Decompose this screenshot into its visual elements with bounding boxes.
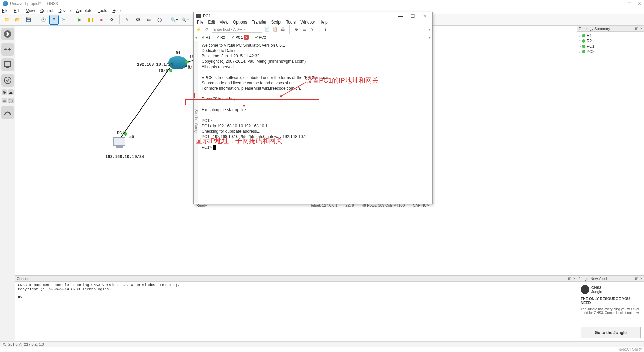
pc1-e0-label: e0 bbox=[129, 135, 134, 140]
tmenu-view[interactable]: View bbox=[220, 20, 228, 25]
tmenu-window[interactable]: Window bbox=[300, 20, 315, 25]
topo-item-pc1[interactable]: ›PC1 bbox=[579, 44, 642, 49]
terminal-titlebar[interactable]: PC1 — ☐ ✕ bbox=[194, 12, 432, 20]
zoom-in-icon[interactable]: 🔍+ bbox=[170, 15, 179, 25]
term-minimize-icon[interactable]: — bbox=[395, 12, 406, 20]
stop-icon[interactable]: ■ bbox=[97, 15, 106, 25]
pause-icon[interactable]: ❚❚ bbox=[86, 15, 95, 25]
quick-connect-icon[interactable]: ⚡ bbox=[196, 26, 202, 32]
menu-device[interactable]: Device bbox=[59, 8, 71, 13]
circle-small-icon[interactable]: ◯ bbox=[8, 98, 14, 103]
close-panel-icon[interactable]: ✕ bbox=[640, 27, 643, 30]
host-input[interactable]: Enter host <Alt+R> bbox=[212, 26, 262, 33]
ellipse-icon[interactable]: ◯ bbox=[155, 15, 164, 25]
maximize-icon[interactable]: ☐ bbox=[628, 1, 632, 6]
tab-close-icon[interactable]: ✕ bbox=[244, 35, 249, 40]
menu-view[interactable]: View bbox=[26, 8, 35, 13]
terminal-title: PC1 bbox=[203, 14, 211, 18]
terminal-output[interactable]: Welcome to Virtual PC Simulator, version… bbox=[198, 41, 432, 203]
console-output[interactable]: GNS3 management console. Running GNS3 ve… bbox=[15, 282, 577, 341]
topo-item-pc2[interactable]: ›PC2 bbox=[579, 49, 642, 54]
session-options-icon[interactable]: ▤ bbox=[301, 26, 307, 32]
menu-annotate[interactable]: Annotate bbox=[76, 8, 92, 13]
close-icon[interactable]: ✕ bbox=[638, 1, 641, 6]
tmenu-options[interactable]: Options bbox=[233, 20, 247, 25]
tmenu-transfer[interactable]: Transfer bbox=[252, 20, 266, 25]
toolbar-overflow-icon[interactable]: ▾ bbox=[428, 27, 430, 32]
tmenu-tools[interactable]: Tools bbox=[286, 20, 296, 25]
topo-item-r2[interactable]: ›R2 bbox=[579, 38, 642, 44]
jungle-headline: THE ONLY RESOURCE YOU NEED bbox=[581, 297, 641, 305]
status-ready: Ready bbox=[196, 203, 207, 207]
undock-icon[interactable]: ◧ bbox=[635, 277, 638, 280]
settings-icon[interactable]: ⚙ bbox=[293, 26, 299, 32]
snapshot-icon[interactable]: 🕘 bbox=[39, 15, 48, 25]
terminal-statusbar: Ready Telnet: 127.0.0.1 22, 6 46 Rows, 1… bbox=[194, 203, 432, 207]
about-icon[interactable]: ℹ bbox=[322, 26, 328, 32]
tab-r1[interactable]: ✔R1 bbox=[200, 35, 212, 40]
paste-icon[interactable]: 📋 bbox=[272, 26, 278, 32]
save-project-icon[interactable]: 💾 bbox=[23, 15, 33, 25]
print-icon[interactable]: 🖶 bbox=[280, 26, 286, 32]
term-close-icon[interactable]: ✕ bbox=[420, 12, 430, 20]
terminal-app-icon bbox=[196, 14, 201, 18]
reload-icon[interactable]: ⟳ bbox=[107, 15, 117, 25]
tab-scroll-left-icon[interactable]: ◂ bbox=[195, 35, 197, 40]
switches-icon[interactable] bbox=[1, 43, 14, 56]
term-maximize-icon[interactable]: ☐ bbox=[408, 12, 418, 20]
reconnect-icon[interactable]: ↻ bbox=[204, 26, 210, 32]
cloud-icon[interactable]: ☁ bbox=[8, 89, 14, 95]
start-icon[interactable]: ▶ bbox=[75, 15, 85, 25]
zoom-out-icon[interactable]: 🔍− bbox=[180, 15, 190, 25]
svg-rect-2 bbox=[6, 67, 9, 68]
terminal-toolbar: ⚡ ↻ Enter host <Alt+R> 📄 📋 🖶 ⚙ ▤ ? ℹ ▾ bbox=[194, 25, 432, 34]
main-titlebar: Unsaved project* — GNS3 — ☐ ✕ bbox=[0, 0, 644, 7]
tab-pc1[interactable]: ✔PC1✕ bbox=[230, 34, 250, 41]
menu-tools[interactable]: Tools bbox=[98, 8, 107, 13]
menu-help[interactable]: Help bbox=[112, 8, 121, 13]
pc-icon[interactable] bbox=[113, 137, 126, 150]
image-icon[interactable]: 🖼 bbox=[133, 15, 143, 25]
pc1-addr-label: 192.168.10.10/24 bbox=[105, 155, 144, 159]
undock-icon[interactable]: ◧ bbox=[568, 277, 571, 280]
close-panel-icon[interactable]: ✕ bbox=[573, 277, 576, 280]
show-interfaces-icon[interactable]: ⊞ bbox=[49, 15, 59, 25]
find-icon[interactable]: ? bbox=[309, 26, 315, 32]
menu-control[interactable]: Control bbox=[40, 8, 53, 13]
close-panel-icon[interactable]: ✕ bbox=[640, 277, 643, 280]
terminal-window[interactable]: PC1 — ☐ ✕ File Edit View Options Transfe… bbox=[193, 12, 433, 204]
pc1-label: PC1 bbox=[117, 131, 124, 136]
tmenu-file[interactable]: File bbox=[197, 20, 203, 25]
device-dock: ⊕ ☁ ▭ ◯ bbox=[0, 26, 15, 341]
copy-icon[interactable]: 📄 bbox=[264, 26, 270, 32]
undock-icon[interactable]: ◧ bbox=[635, 27, 638, 30]
console-icon[interactable]: ≻_ bbox=[60, 15, 69, 25]
menu-file[interactable]: File bbox=[2, 8, 8, 13]
end-devices-icon[interactable] bbox=[1, 58, 14, 71]
tmenu-help[interactable]: Help bbox=[319, 20, 328, 25]
topology-summary-header: Topology Summary ◧✕ bbox=[577, 26, 644, 32]
router-label: R1 bbox=[176, 51, 180, 56]
tmenu-edit[interactable]: Edit bbox=[208, 20, 215, 25]
rect-icon[interactable]: ▭ bbox=[144, 15, 153, 25]
tab-scroll-right-icon[interactable]: ▸ bbox=[429, 35, 431, 40]
menu-edit[interactable]: Edit bbox=[14, 8, 21, 13]
session-manager-tab[interactable]: Session Manager bbox=[194, 41, 198, 203]
tab-pc2[interactable]: ✔PC2 bbox=[254, 35, 267, 40]
go-to-jungle-button[interactable]: Go to the Jungle bbox=[581, 327, 641, 338]
routers-icon[interactable] bbox=[1, 28, 14, 40]
tmenu-script[interactable]: Script bbox=[271, 20, 282, 25]
monitor-small-icon[interactable]: ▭ bbox=[2, 98, 7, 103]
open-project-icon[interactable]: 📂 bbox=[13, 15, 22, 25]
terminal-menubar: File Edit View Options Transfer Script T… bbox=[194, 20, 432, 25]
new-project-icon[interactable]: 📁 bbox=[2, 15, 11, 25]
tab-r2[interactable]: ✔R2 bbox=[215, 35, 226, 40]
note-icon[interactable]: ✎ bbox=[122, 15, 132, 25]
topo-item-r1[interactable]: ›R1 bbox=[579, 33, 642, 38]
terminal-cursor bbox=[213, 145, 216, 150]
minimize-icon[interactable]: — bbox=[617, 1, 622, 6]
all-devices-icon[interactable]: ⊕ bbox=[2, 89, 7, 95]
link-icon[interactable] bbox=[1, 106, 14, 119]
jungle-brand: GNS3 bbox=[591, 285, 601, 290]
security-devices-icon[interactable] bbox=[1, 74, 14, 87]
